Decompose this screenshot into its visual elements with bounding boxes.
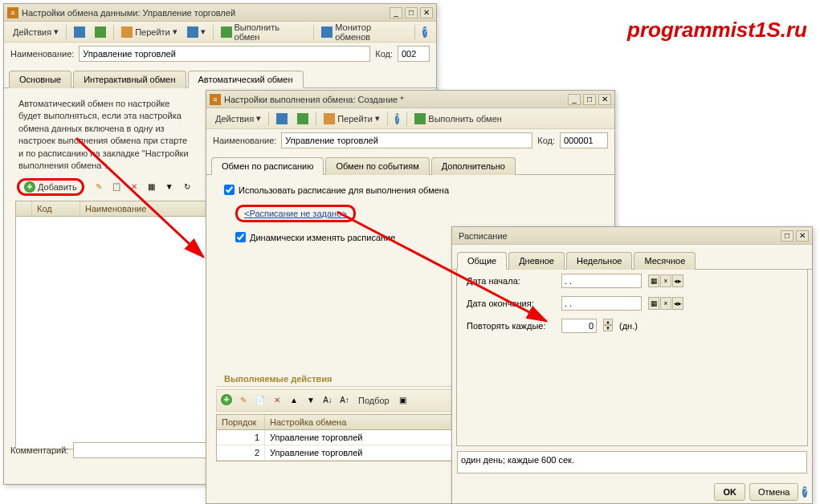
add-button[interactable]: Добавить (38, 182, 77, 192)
help-icon: ? (395, 113, 400, 124)
tab-schedule[interactable]: Обмен по расписанию (211, 157, 324, 175)
repeat-input[interactable] (561, 319, 597, 333)
spin-down-button[interactable]: ▼ (603, 325, 613, 331)
help-button[interactable]: ? (418, 24, 431, 40)
move-up-button[interactable]: ▲ (287, 392, 301, 407)
close-button[interactable]: ✕ (598, 94, 611, 105)
code-label: Код: (537, 136, 555, 145)
refresh-icon-button[interactable] (91, 24, 110, 40)
end-date-input[interactable]: . . (561, 296, 642, 311)
clear-icon-button[interactable]: × (660, 297, 671, 310)
window-title: Расписание (455, 231, 781, 241)
folder-icon (121, 26, 133, 38)
clear-icon-button[interactable]: × (660, 274, 671, 287)
open-icon-button[interactable]: ▣ (396, 392, 410, 407)
start-date-label: Дата начала: (467, 276, 555, 286)
save-icon-button[interactable] (272, 111, 292, 127)
titlebar[interactable]: ≡ Настройки обмена данными: Управление т… (4, 4, 436, 22)
schedule-link[interactable]: <Расписание не задано> (244, 209, 347, 218)
save-icon (276, 113, 288, 124)
description-text: Автоматический обмен по настройке будет … (10, 95, 202, 175)
titlebar[interactable]: Расписание □ ✕ (452, 227, 812, 245)
minimize-button[interactable]: _ (390, 7, 402, 18)
edit-icon-button[interactable]: ✎ (92, 180, 106, 194)
execute-exchange-button[interactable]: Выполнить обмен (217, 24, 311, 40)
comment-label: Комментарий: (10, 445, 68, 455)
schedule-summary: один день; каждые 600 сек. (457, 451, 807, 474)
maximize-button[interactable]: □ (583, 94, 596, 105)
tab-extra[interactable]: Дополнительно (431, 157, 516, 175)
code-input[interactable] (560, 132, 608, 148)
refresh-icon-button[interactable] (293, 111, 312, 127)
tab-auto[interactable]: Автоматический обмен (188, 71, 304, 88)
maximize-button[interactable]: □ (405, 7, 418, 18)
spin-up-button[interactable]: ▲ (603, 319, 613, 325)
name-label: Наименование: (10, 49, 74, 59)
col-code[interactable]: Код (32, 201, 80, 216)
move-down-button[interactable]: ▼ (304, 392, 318, 407)
tab-monthly[interactable]: Месячное (634, 252, 696, 270)
start-date-input[interactable]: . . (561, 274, 642, 288)
monitor-button[interactable]: Монитор обменов (317, 24, 411, 40)
actions-menu[interactable]: Действия ▾ (211, 111, 265, 127)
calendar-icon-button[interactable]: ▦ (648, 274, 659, 287)
spinner-button[interactable]: ◂▸ (672, 297, 683, 310)
dynamic-schedule-checkbox[interactable] (235, 232, 246, 242)
help-icon: ? (422, 26, 427, 38)
cancel-button[interactable]: Отмена (749, 483, 798, 501)
tab-daily[interactable]: Дневное (508, 252, 565, 270)
select-button[interactable]: Подбор (354, 392, 394, 408)
spinner-button[interactable]: ◂▸ (672, 274, 683, 287)
minimize-button[interactable]: _ (568, 94, 581, 105)
save-icon (74, 26, 85, 38)
tab-main[interactable]: Основные (9, 71, 71, 88)
add-button-highlight: + Добавить (17, 178, 84, 196)
tab-general[interactable]: Общие (457, 252, 507, 270)
help-icon[interactable]: ? (802, 486, 807, 498)
col-order[interactable]: Порядок (217, 415, 265, 429)
ok-button[interactable]: OK (714, 483, 745, 501)
actions-menu[interactable]: Действия ▾ (9, 24, 63, 40)
close-button[interactable]: ✕ (420, 7, 433, 18)
refresh-list-button[interactable]: ↻ (180, 180, 194, 194)
run-icon (414, 113, 426, 124)
col-marker (16, 201, 32, 216)
sort-desc-button[interactable]: A↑ (337, 392, 352, 407)
copy-row-button[interactable]: 📄 (253, 392, 267, 407)
window-title: Настройки обмена данными: Управление тор… (22, 8, 390, 18)
name-input[interactable] (281, 132, 532, 148)
schedule-link-highlight: <Расписание не задано> (235, 205, 356, 222)
end-date-label: Дата окончания: (467, 299, 555, 308)
sort-asc-button[interactable]: A↓ (320, 392, 335, 407)
maximize-button[interactable]: □ (781, 230, 793, 242)
tab-events[interactable]: Обмен по событиям (325, 157, 429, 175)
add-row-button[interactable]: + (219, 392, 234, 407)
tab-interactive[interactable]: Интерактивный обмен (73, 71, 186, 88)
filter-icon-button[interactable]: ▼ (162, 180, 177, 194)
close-button[interactable]: ✕ (796, 230, 809, 242)
name-input[interactable] (79, 46, 370, 62)
save-icon-button[interactable] (70, 24, 89, 40)
plus-icon: + (24, 181, 35, 193)
delete-row-button[interactable]: ✕ (270, 392, 284, 407)
titlebar[interactable]: ≡ Настройки выполнения обмена: Создание … (206, 91, 614, 108)
tab-weekly[interactable]: Недельное (566, 252, 632, 270)
edit-row-button[interactable]: ✎ (236, 392, 251, 407)
app-icon: ≡ (210, 94, 221, 105)
calendar-icon-button[interactable]: ▦ (648, 297, 659, 310)
go-menu[interactable]: Перейти ▾ (320, 111, 384, 127)
tab-bar: Общие Дневное Недельное Месячное (452, 250, 812, 270)
use-schedule-checkbox[interactable] (224, 185, 235, 195)
props-icon-button[interactable]: ▦ (145, 180, 159, 194)
copy-icon-button[interactable]: 📋 (109, 180, 124, 194)
go-menu[interactable]: Перейти ▾ (117, 24, 182, 40)
repeat-label: Повторять каждые: (467, 321, 555, 331)
run-icon (221, 26, 232, 38)
code-label: Код: (375, 49, 393, 59)
execute-exchange-button[interactable]: Выполнить обмен (410, 111, 505, 127)
list-icon-button[interactable]: ▾ (183, 24, 210, 40)
delete-icon-button[interactable]: ✕ (127, 180, 141, 194)
code-input[interactable] (398, 46, 430, 62)
help-button[interactable]: ? (391, 111, 404, 127)
window-schedule: Расписание □ ✕ Общие Дневное Недельное М… (451, 226, 813, 504)
